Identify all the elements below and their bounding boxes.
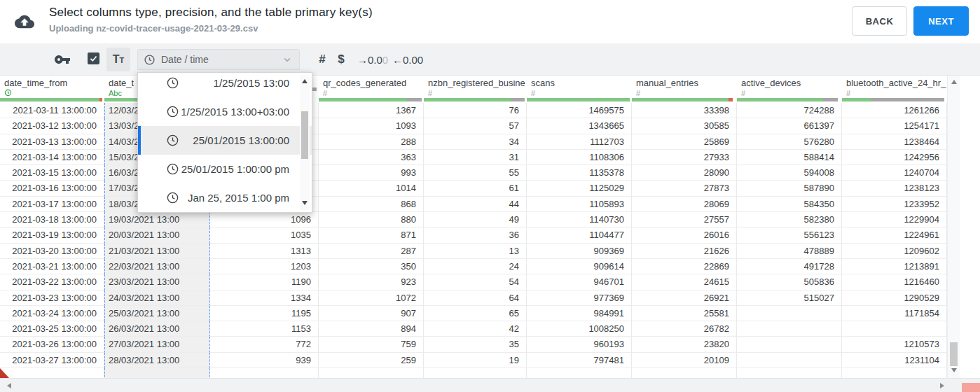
- table-cell[interactable]: 21626: [632, 244, 737, 259]
- dropdown-scroll-up-arrow[interactable]: [302, 79, 308, 83]
- table-cell[interactable]: [527, 368, 632, 378]
- next-button[interactable]: NEXT: [913, 6, 969, 36]
- table-cell[interactable]: 35: [424, 337, 527, 352]
- table-cell[interactable]: 772: [210, 337, 319, 352]
- table-cell[interactable]: 31: [424, 150, 527, 165]
- table-cell[interactable]: 977369: [527, 290, 632, 306]
- table-cell[interactable]: 26/03/2021 13:00: [104, 321, 210, 337]
- scroll-up-arrow[interactable]: [951, 80, 957, 84]
- table-cell[interactable]: 350: [319, 259, 424, 274]
- table-cell[interactable]: [104, 368, 210, 378]
- table-cell[interactable]: 288: [319, 134, 424, 150]
- table-cell[interactable]: 2021-03-11 13:00:00: [0, 103, 104, 118]
- table-cell[interactable]: 1008250: [527, 321, 632, 337]
- table-cell[interactable]: [842, 321, 947, 337]
- table-cell[interactable]: 505836: [737, 274, 842, 290]
- table-cell[interactable]: 1343665: [527, 118, 632, 134]
- table-cell[interactable]: 1216460: [842, 274, 947, 290]
- scroll-down-arrow[interactable]: [951, 368, 957, 372]
- table-cell[interactable]: 55: [424, 165, 527, 181]
- table-cell[interactable]: 1233952: [842, 197, 947, 212]
- column-header-active_devices[interactable]: active_devices#: [737, 76, 842, 103]
- table-cell[interactable]: 909369: [527, 244, 632, 259]
- table-cell[interactable]: 26782: [632, 321, 737, 337]
- table-cell[interactable]: 871: [319, 227, 424, 243]
- table-cell[interactable]: 2021-03-15 13:00:00: [0, 165, 104, 181]
- table-cell[interactable]: 2021-03-26 13:00:00: [0, 337, 104, 352]
- table-cell[interactable]: 64: [424, 290, 527, 306]
- table-cell[interactable]: 1229904: [842, 212, 947, 227]
- table-cell[interactable]: 2021-03-18 13:00:00: [0, 212, 104, 227]
- table-cell[interactable]: 880: [319, 212, 424, 227]
- table-cell[interactable]: 584350: [737, 197, 842, 212]
- date-format-option[interactable]: 25/01/2015 13:00:00: [138, 126, 312, 155]
- table-cell[interactable]: 23/03/2021 13:00: [104, 274, 210, 290]
- table-cell[interactable]: 24/03/2021 13:00: [104, 290, 210, 306]
- table-cell[interactable]: 556123: [737, 227, 842, 243]
- table-cell[interactable]: 13: [424, 244, 527, 259]
- table-cell[interactable]: 1213891: [842, 259, 947, 274]
- table-cell[interactable]: 20/03/2021 13:00: [104, 227, 210, 243]
- table-cell[interactable]: 61: [424, 181, 527, 196]
- table-cell[interactable]: 759: [319, 337, 424, 352]
- column-header-scans[interactable]: scans#: [527, 76, 632, 103]
- table-cell[interactable]: 1035: [210, 227, 319, 243]
- back-button[interactable]: BACK: [852, 6, 907, 36]
- table-cell[interactable]: 65: [424, 306, 527, 321]
- table-cell[interactable]: 27873: [632, 181, 737, 196]
- table-cell[interactable]: 34: [424, 134, 527, 150]
- table-cell[interactable]: 20109: [632, 353, 737, 368]
- table-cell[interactable]: 1105893: [527, 197, 632, 212]
- table-cell[interactable]: 2021-03-24 13:00:00: [0, 306, 104, 321]
- table-cell[interactable]: 1367: [319, 103, 424, 118]
- table-cell[interactable]: 1313: [210, 244, 319, 259]
- text-type-button[interactable]: Tt: [106, 48, 130, 71]
- dropdown-scrollbar-thumb[interactable]: [301, 111, 308, 159]
- table-cell[interactable]: 478889: [737, 244, 842, 259]
- table-cell[interactable]: 1254171: [842, 118, 947, 134]
- table-cell[interactable]: [319, 368, 424, 378]
- table-cell[interactable]: 923: [319, 274, 424, 290]
- table-cell[interactable]: 1135378: [527, 165, 632, 181]
- table-cell[interactable]: 2021-03-20 13:00:00: [0, 244, 104, 259]
- table-cell[interactable]: 1112703: [527, 134, 632, 150]
- table-cell[interactable]: 724288: [737, 103, 842, 118]
- table-cell[interactable]: 1261266: [842, 103, 947, 118]
- table-cell[interactable]: 1469575: [527, 103, 632, 118]
- table-cell[interactable]: 19: [424, 353, 527, 368]
- include-column-checkbox[interactable]: [88, 52, 99, 64]
- table-cell[interactable]: 1195: [210, 306, 319, 321]
- table-cell[interactable]: [737, 321, 842, 337]
- table-cell[interactable]: 57: [424, 118, 527, 134]
- table-cell[interactable]: [737, 306, 842, 321]
- vertical-scrollbar[interactable]: [947, 76, 960, 378]
- table-cell[interactable]: 2021-03-25 13:00:00: [0, 321, 104, 337]
- table-cell[interactable]: 984991: [527, 306, 632, 321]
- table-cell[interactable]: 909614: [527, 259, 632, 274]
- table-cell[interactable]: 1096: [210, 212, 319, 227]
- table-cell[interactable]: 287: [319, 244, 424, 259]
- column-header-qr_codes_generated[interactable]: qr_codes_generated#: [319, 76, 424, 103]
- table-cell[interactable]: 25/03/2021 13:00: [104, 306, 210, 321]
- table-cell[interactable]: 2021-03-12 13:00:00: [0, 118, 104, 134]
- table-cell[interactable]: 1290529: [842, 290, 947, 306]
- scroll-left-arrow[interactable]: [7, 383, 11, 388]
- table-cell[interactable]: 27557: [632, 212, 737, 227]
- table-cell[interactable]: 30585: [632, 118, 737, 134]
- table-cell[interactable]: 28/03/2021 13:00: [104, 353, 210, 368]
- table-cell[interactable]: 1334: [210, 290, 319, 306]
- table-cell[interactable]: 868: [319, 197, 424, 212]
- date-format-option[interactable]: Jan 25, 2015 1:00 pm: [138, 183, 312, 212]
- dropdown-scrollbar[interactable]: [300, 75, 310, 210]
- table-cell[interactable]: 594008: [737, 165, 842, 181]
- table-cell[interactable]: 587890: [737, 181, 842, 196]
- table-cell[interactable]: 1231104: [842, 353, 947, 368]
- table-cell[interactable]: 576280: [737, 134, 842, 150]
- table-cell[interactable]: 2021-03-16 13:00:00: [0, 181, 104, 196]
- table-cell[interactable]: 1210573: [842, 337, 947, 352]
- table-cell[interactable]: 25869: [632, 134, 737, 150]
- table-cell[interactable]: 1014: [319, 181, 424, 196]
- table-cell[interactable]: [842, 368, 947, 378]
- table-cell[interactable]: 26016: [632, 227, 737, 243]
- table-cell[interactable]: 582380: [737, 212, 842, 227]
